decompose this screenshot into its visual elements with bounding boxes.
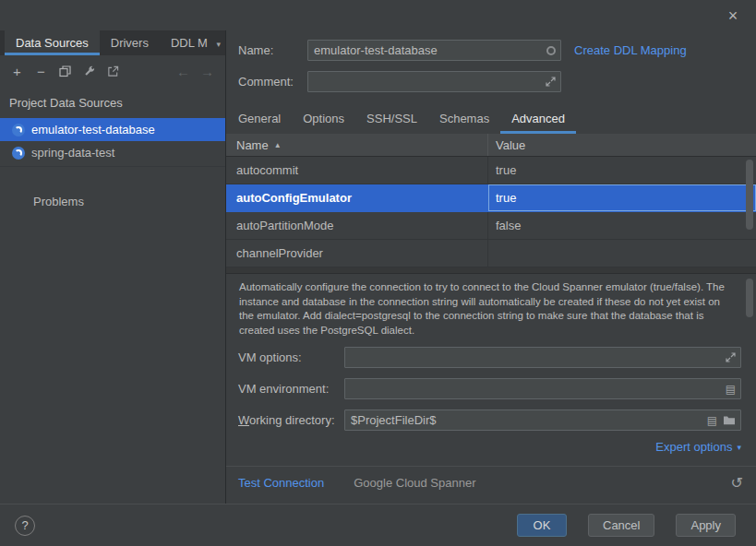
property-name-cell: autoPartitionMode	[226, 212, 487, 239]
vm-environment-row: VM environment: ▤	[226, 378, 756, 399]
horizontal-scrollbar-track	[226, 267, 756, 274]
working-directory-row: Working directory: ▤	[226, 410, 756, 431]
chevron-down-icon: ▾	[217, 40, 222, 49]
tab-advanced[interactable]: Advanced	[500, 105, 576, 134]
property-value-cell	[487, 240, 756, 267]
expert-options-label: Expert options	[655, 440, 732, 454]
table-scrollbar	[746, 160, 753, 230]
description-scrollbar	[746, 279, 753, 317]
sidebar-tab-bar: Data Sources Drivers DDL M ▾	[0, 30, 225, 55]
apply-button[interactable]: Apply	[676, 514, 736, 537]
cancel-button[interactable]: Cancel	[588, 514, 654, 537]
tab-data-sources[interactable]: Data Sources	[5, 30, 100, 55]
property-name-cell: autoConfigEmulator	[226, 184, 487, 211]
test-connection-row: Test Connection Google Cloud Spanner ↺	[226, 467, 756, 499]
comment-field	[307, 71, 561, 92]
data-sources-dialog: × Data Sources Drivers DDL M ▾ + −	[0, 0, 756, 546]
comment-row: Comment:	[226, 71, 756, 92]
help-button[interactable]: ?	[15, 516, 35, 536]
table-row[interactable]: autoPartitionMode false	[226, 212, 756, 240]
cloud-spanner-icon	[12, 124, 25, 136]
property-value-cell: false	[487, 212, 756, 239]
variables-list-icon[interactable]: ▤	[707, 415, 717, 426]
dialog-buttons: OK Cancel Apply	[517, 514, 736, 537]
vm-environment-label: VM environment:	[238, 382, 344, 396]
vm-options-row: VM options:	[226, 347, 756, 368]
expert-options-row: Expert options ▾	[226, 440, 756, 454]
tab-options[interactable]: Options	[292, 105, 355, 134]
name-field	[307, 40, 561, 61]
column-header-name[interactable]: Name ▲	[226, 134, 487, 156]
scrollbar-thumb[interactable]	[746, 279, 753, 317]
expand-icon[interactable]	[546, 77, 556, 87]
folder-icon[interactable]	[723, 415, 736, 425]
vm-environment-field: ▤	[344, 378, 741, 399]
back-icon[interactable]: ←	[173, 61, 194, 81]
cloud-spanner-icon	[12, 147, 25, 160]
table-header: Name ▲ Value	[226, 134, 756, 157]
datasource-label: emulator-test-database	[31, 123, 155, 136]
export-icon[interactable]	[102, 61, 124, 81]
tab-drivers[interactable]: Drivers	[100, 30, 160, 55]
table-row[interactable]: channelProvider	[226, 240, 756, 267]
test-connection-link[interactable]: Test Connection	[238, 476, 324, 490]
title-bar: ×	[0, 0, 756, 30]
vm-environment-input[interactable]	[344, 378, 741, 399]
tab-data-sources-label: Data Sources	[16, 36, 89, 50]
column-header-name-label: Name	[236, 138, 269, 152]
ok-button[interactable]: OK	[517, 514, 567, 537]
revert-icon[interactable]: ↺	[731, 474, 743, 492]
sort-asc-icon: ▲	[274, 141, 282, 149]
vm-options-label: VM options:	[238, 350, 344, 364]
close-icon[interactable]: ×	[723, 6, 743, 26]
working-directory-field: ▤	[344, 410, 741, 431]
bottom-bar: ? OK Cancel Apply	[0, 504, 756, 546]
create-ddl-mapping-link[interactable]: Create DDL Mapping	[574, 43, 687, 57]
column-header-value[interactable]: Value	[487, 134, 756, 156]
forward-icon[interactable]: →	[197, 61, 218, 81]
property-value-cell: true	[487, 157, 756, 184]
property-description-text: Automatically configure the connection t…	[239, 280, 728, 338]
dialog-content: Data Sources Drivers DDL M ▾ + −	[0, 30, 756, 504]
problems-item[interactable]: Problems	[0, 195, 225, 208]
driver-name: Google Cloud Spanner	[354, 476, 475, 490]
expand-icon[interactable]	[726, 352, 736, 362]
working-directory-label: Working directory:	[238, 413, 344, 427]
tab-general[interactable]: General	[227, 105, 292, 134]
remove-icon[interactable]: −	[30, 61, 52, 81]
sidebar-toolbar: + − ← →	[0, 55, 225, 84]
tab-ddl-mappings-label: DDL M	[171, 36, 208, 50]
tab-ddl-mappings[interactable]: DDL M ▾	[160, 30, 232, 55]
settings-tab-bar: General Options SSH/SSL Schemas Advanced	[226, 105, 756, 134]
comment-input[interactable]	[307, 71, 561, 92]
expert-options-link[interactable]: Expert options ▾	[655, 440, 741, 454]
datasource-item-spring-data-test[interactable]: spring-data-test	[0, 141, 225, 164]
add-icon[interactable]: +	[6, 61, 28, 81]
spinner-icon	[546, 46, 556, 55]
vm-options-input[interactable]	[344, 347, 741, 368]
scrollbar-thumb[interactable]	[746, 160, 753, 230]
working-directory-input[interactable]	[344, 410, 741, 431]
tab-ssh-ssl[interactable]: SSH/SSL	[355, 105, 428, 134]
properties-table: Name ▲ Value autocommit true autoConfigE…	[226, 134, 756, 267]
name-label: Name:	[238, 43, 307, 57]
property-name-cell: channelProvider	[226, 240, 487, 267]
datasource-item-emulator-test-database[interactable]: emulator-test-database	[0, 118, 225, 141]
divider	[0, 166, 225, 167]
main-panel: Name: Create DDL Mapping Comment: Genera…	[226, 30, 756, 504]
wrench-icon[interactable]	[78, 61, 100, 81]
property-name-cell: autocommit	[226, 157, 487, 184]
table-row-selected[interactable]: autoConfigEmulator true	[226, 184, 756, 212]
variables-list-icon[interactable]: ▤	[726, 384, 736, 395]
copy-icon[interactable]	[54, 61, 76, 81]
project-data-sources-heading: Project Data Sources	[0, 84, 225, 118]
comment-label: Comment:	[238, 75, 307, 89]
tab-schemas[interactable]: Schemas	[428, 105, 500, 134]
table-row[interactable]: autocommit true	[226, 157, 756, 184]
chevron-down-icon: ▾	[737, 443, 741, 452]
tab-drivers-label: Drivers	[111, 36, 149, 50]
name-input[interactable]	[307, 40, 561, 61]
property-description-panel: Automatically configure the connection t…	[226, 274, 756, 338]
property-value-cell: true	[487, 184, 756, 211]
datasource-label: spring-data-test	[31, 146, 114, 160]
